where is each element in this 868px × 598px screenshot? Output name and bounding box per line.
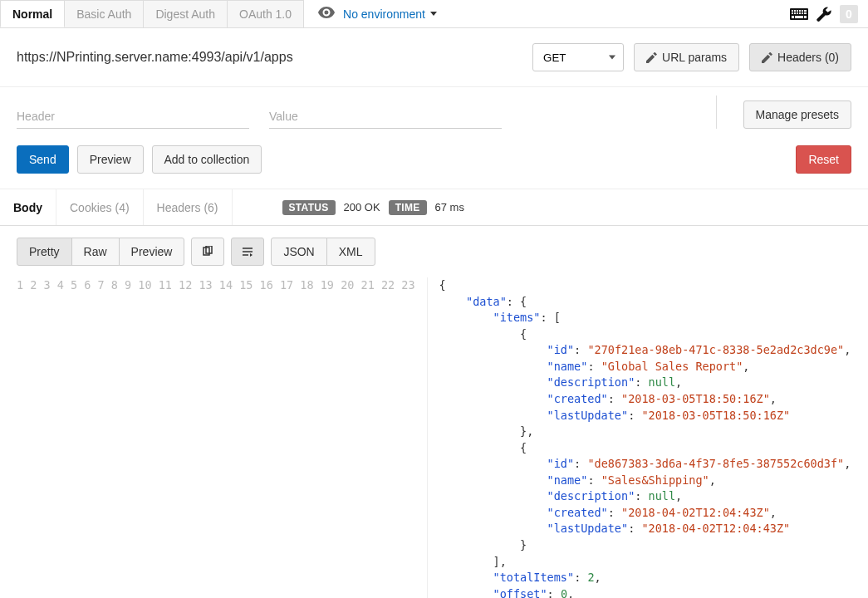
svg-rect-2 [794,10,796,12]
headers-kv-row: Manage presets [0,87,868,145]
divider [716,96,717,129]
wrap-lines-button[interactable] [231,238,264,266]
svg-rect-9 [797,12,798,14]
view-preview-button[interactable]: Preview [119,238,185,266]
body-toolbar: Pretty Raw Preview JSON XML [0,226,868,277]
url-params-label: URL params [662,51,727,64]
code-content[interactable]: { "data": { "items": [ { "id": "270f21ea… [428,277,851,598]
top-right-controls: 0 [790,0,868,27]
tab-oauth[interactable]: OAuth 1.0 [227,0,304,27]
caret-down-icon [430,12,437,16]
response-header: Body Cookies (4) Headers (6) STATUS 200 … [0,189,868,226]
format-json-button[interactable]: JSON [271,238,326,266]
request-row: GET URL params Headers (0) [0,28,868,87]
view-pretty-button[interactable]: Pretty [17,238,72,266]
svg-rect-7 [792,12,793,14]
wrap-icon [242,246,253,257]
settings-icon[interactable] [817,7,831,22]
tab-body[interactable]: Body [0,189,56,225]
environment-area: No environment [318,0,437,27]
svg-rect-3 [797,10,798,12]
reset-button[interactable]: Reset [796,145,851,174]
status-area: STATUS 200 OK TIME 67 ms [282,200,464,215]
tab-digest-auth[interactable]: Digest Auth [143,0,228,27]
time-pill: TIME [389,200,427,215]
preview-button[interactable]: Preview [77,145,144,174]
eye-icon[interactable] [318,7,335,22]
headers-button[interactable]: Headers (0) [749,43,851,71]
view-mode-group: Pretty Raw Preview [17,238,184,266]
url-params-button[interactable]: URL params [634,43,739,71]
svg-rect-15 [804,16,807,18]
copy-icon [202,246,213,257]
format-group: JSON XML [271,238,375,266]
svg-rect-4 [799,10,801,12]
edit-icon [646,52,657,63]
environment-label: No environment [343,7,425,21]
svg-rect-5 [802,10,803,12]
header-name-input[interactable] [17,105,249,129]
headers-label: Headers (0) [777,51,839,64]
svg-rect-10 [799,12,801,14]
copy-button[interactable] [191,238,224,266]
url-input[interactable] [17,50,522,65]
status-pill: STATUS [282,200,336,215]
status-value: 200 OK [344,201,380,213]
header-value-input[interactable] [269,105,502,129]
manage-presets-button[interactable]: Manage presets [743,100,851,129]
keyboard-icon[interactable] [790,8,808,20]
add-to-collection-button[interactable]: Add to collection [152,145,262,174]
environment-select[interactable]: No environment [343,7,437,21]
notification-badge[interactable]: 0 [840,5,858,23]
svg-rect-1 [792,10,793,12]
view-raw-button[interactable]: Raw [71,238,120,266]
auth-tabs: Normal Basic Auth Digest Auth OAuth 1.0 [0,0,303,27]
svg-rect-12 [804,12,807,14]
action-row: Send Preview Add to collection Reset [0,145,868,189]
svg-rect-6 [804,10,807,12]
top-bar: Normal Basic Auth Digest Auth OAuth 1.0 … [0,0,868,28]
svg-rect-8 [794,12,796,14]
tab-normal[interactable]: Normal [0,0,65,27]
response-body: 1 2 3 4 5 6 7 8 9 10 11 12 13 14 15 16 1… [0,277,868,598]
format-xml-button[interactable]: XML [326,238,375,266]
svg-rect-11 [802,12,803,14]
time-value: 67 ms [435,201,464,213]
svg-rect-14 [795,16,803,18]
tab-response-headers[interactable]: Headers (6) [144,189,233,225]
send-button[interactable]: Send [17,145,69,174]
svg-rect-13 [792,16,794,18]
tab-cookies[interactable]: Cookies (4) [56,189,144,225]
method-select[interactable]: GET [532,43,624,71]
tab-basic-auth[interactable]: Basic Auth [64,0,144,27]
line-gutter: 1 2 3 4 5 6 7 8 9 10 11 12 13 14 15 16 1… [17,277,428,598]
edit-icon [762,52,772,63]
